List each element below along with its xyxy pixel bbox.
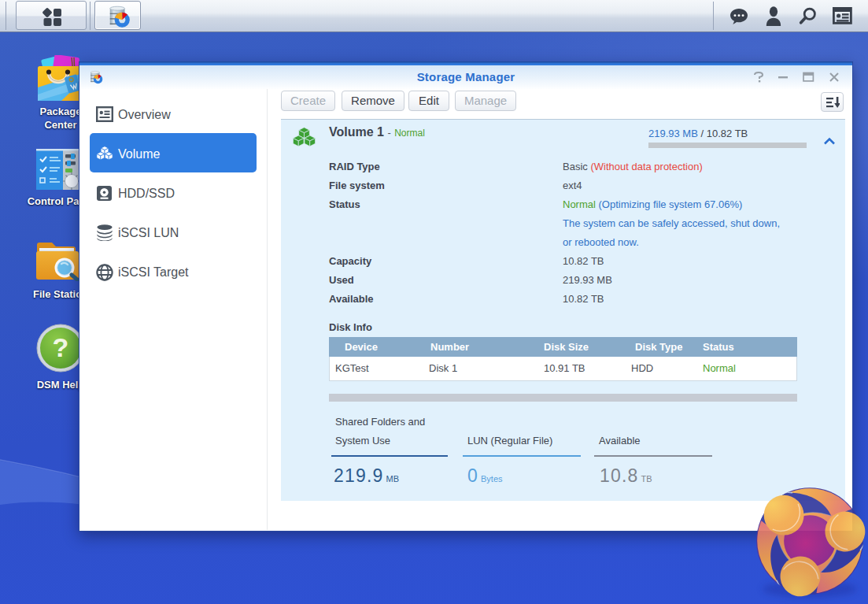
svg-text:?: ? — [53, 332, 69, 362]
